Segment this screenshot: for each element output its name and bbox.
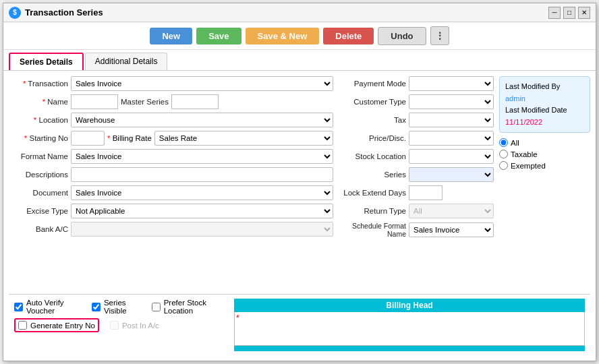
format-name-label: Format Name — [9, 152, 68, 160]
schedule-format-label: Schedule Format Name — [339, 222, 406, 238]
name-input[interactable]: CS — [71, 94, 118, 109]
auto-verify-checkbox[interactable] — [14, 303, 23, 311]
bank-ac-row: Bank A/C — [9, 222, 333, 237]
radio-taxable[interactable] — [499, 150, 508, 158]
post-in-ac-checkbox[interactable] — [110, 321, 119, 330]
return-type-label: Return Type — [339, 207, 406, 215]
last-modified-date-label: Last Modified Date — [505, 104, 584, 117]
prefer-stock-checkbox[interactable] — [152, 303, 161, 311]
excise-type-select[interactable]: Not Applicable — [71, 204, 333, 218]
auto-verify-label: Auto Verify Voucher — [26, 299, 81, 315]
descriptions-row: Descriptions Sales Invoice — [9, 167, 333, 182]
customer-type-label: Customer Type — [339, 98, 406, 106]
excise-type-row: Excise Type Not Applicable — [9, 204, 333, 218]
lock-extend-input[interactable]: 0 — [409, 185, 443, 200]
save-new-button[interactable]: Save & New — [246, 28, 320, 44]
bottom-area: Auto Verify Voucher Series Visible Prefe… — [9, 294, 590, 355]
format-name-row: Format Name Sales Invoice — [9, 149, 333, 164]
tab-bar: Series Details Additional Details — [3, 50, 596, 71]
lock-extend-row: Lock Extend Days 0 — [339, 185, 494, 200]
radio-exempted[interactable] — [499, 161, 508, 170]
starting-no-row: * Starting No 0 * Billing Rate Sales Rat… — [9, 131, 333, 146]
tax-row: Tax — [339, 113, 494, 127]
document-select[interactable]: Sales Invoice — [71, 185, 333, 200]
content-area: * Transaction Sales Invoice * Name CS Ma… — [3, 71, 596, 361]
form-sidebar: Last Modified By admin Last Modified Dat… — [499, 76, 590, 294]
toolbar: New Save Save & New Delete Undo ⋮ — [3, 22, 596, 50]
billing-rate-select[interactable]: Sales Rate — [154, 131, 333, 146]
titlebar-left: $ Transaction Series — [9, 7, 103, 19]
form-right: Payment Mode Customer Type Tax — [339, 76, 494, 294]
form-area: * Transaction Sales Invoice * Name CS Ma… — [9, 76, 590, 294]
payment-mode-select[interactable] — [409, 76, 494, 91]
generate-entry-row: Generate Entry No — [14, 318, 99, 332]
checkboxes-left: Auto Verify Voucher Series Visible Prefe… — [14, 299, 223, 332]
radio-all-label: All — [511, 139, 519, 147]
descriptions-label: Descriptions — [9, 171, 68, 179]
main-window: $ Transaction Series ─ □ ✕ New Save Save… — [3, 3, 596, 361]
document-row: Document Sales Invoice — [9, 185, 333, 200]
radio-exempted-label: Exempted — [511, 162, 546, 170]
location-select[interactable]: Warehouse — [71, 113, 333, 127]
delete-button[interactable]: Delete — [323, 28, 374, 44]
info-box: Last Modified By admin Last Modified Dat… — [499, 76, 590, 133]
starting-no-input[interactable]: 0 — [71, 131, 105, 146]
more-button[interactable]: ⋮ — [430, 26, 449, 45]
series-visible-checkbox[interactable] — [92, 303, 101, 311]
generate-entry-checkbox[interactable] — [18, 321, 27, 330]
payment-mode-label: Payment Mode — [339, 80, 406, 88]
payment-mode-row: Payment Mode — [339, 76, 494, 91]
maximize-button[interactable]: □ — [563, 7, 575, 19]
stock-location-select[interactable] — [409, 149, 494, 164]
post-in-ac-row: Post In A/c — [110, 318, 159, 332]
new-button[interactable]: New — [150, 28, 192, 44]
return-type-select[interactable]: All — [409, 204, 494, 218]
titlebar: $ Transaction Series ─ □ ✕ — [3, 3, 596, 22]
radio-taxable-row: Taxable — [499, 150, 590, 158]
transaction-row: * Transaction Sales Invoice — [9, 76, 333, 91]
radio-group: All Taxable Exempted — [499, 138, 590, 170]
series-select[interactable] — [409, 167, 494, 182]
lock-extend-label: Lock Extend Days — [339, 189, 406, 197]
transaction-select[interactable]: Sales Invoice — [71, 76, 333, 91]
name-row: * Name CS Master Series — [9, 94, 333, 109]
starting-no-label: * Starting No — [9, 134, 68, 142]
format-name-select[interactable]: Sales Invoice — [71, 149, 333, 164]
series-visible-label: Series Visible — [104, 299, 141, 315]
schedule-format-select[interactable]: Sales Invoice — [409, 222, 494, 237]
last-modified-date-value: 11/11/2022 — [505, 117, 584, 129]
transaction-label: * Transaction — [9, 80, 68, 88]
location-row: * Location Warehouse — [9, 113, 333, 127]
name-label: * Name — [9, 98, 68, 106]
close-button[interactable]: ✕ — [578, 7, 590, 19]
form-left: * Transaction Sales Invoice * Name CS Ma… — [9, 76, 333, 294]
descriptions-input[interactable]: Sales Invoice — [71, 167, 333, 182]
radio-all[interactable] — [499, 138, 508, 147]
radio-exempted-row: Exempted — [499, 161, 590, 170]
master-series-label: Master Series — [121, 98, 169, 106]
tab-series-details[interactable]: Series Details — [9, 53, 84, 70]
customer-type-select[interactable] — [409, 94, 494, 109]
bank-ac-label: Bank A/C — [9, 225, 68, 233]
save-button[interactable]: Save — [196, 28, 241, 44]
app-icon: $ — [9, 7, 21, 19]
stock-location-label: Stock Location — [339, 152, 406, 160]
schedule-format-row: Schedule Format Name Sales Invoice — [339, 222, 494, 238]
billing-head-star: * — [236, 313, 239, 323]
bank-ac-select[interactable] — [71, 222, 333, 237]
billing-head-box: Billing Head * — [234, 299, 585, 351]
tax-select[interactable] — [409, 113, 494, 127]
prefer-stock-label: Prefer Stock Location — [164, 299, 223, 315]
price-disc-label: Price/Disc. — [339, 134, 406, 142]
billing-head-bottom — [234, 346, 585, 351]
master-series-input[interactable] — [171, 94, 219, 109]
price-disc-row: Price/Disc. — [339, 131, 494, 146]
generate-entry-label: Generate Entry No — [30, 322, 95, 330]
tab-additional-details[interactable]: Additional Details — [85, 53, 168, 70]
minimize-button[interactable]: ─ — [548, 7, 561, 19]
tax-label: Tax — [339, 116, 406, 124]
price-disc-select[interactable] — [409, 131, 494, 146]
auto-verify-row: Auto Verify Voucher — [14, 299, 81, 315]
undo-button[interactable]: Undo — [378, 27, 426, 45]
post-in-ac-label: Post In A/c — [122, 322, 159, 330]
